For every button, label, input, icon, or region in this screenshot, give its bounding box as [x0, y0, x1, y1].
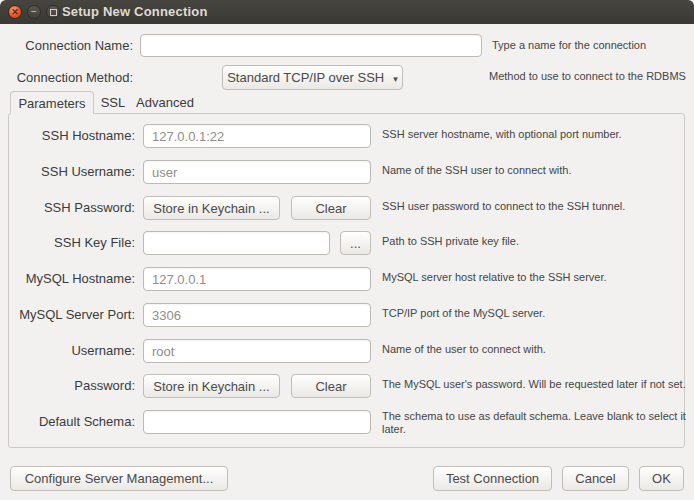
- minimize-button[interactable]: −: [27, 5, 41, 19]
- default-schema-hint: The schema to use as default schema. Lea…: [382, 410, 690, 436]
- tab-parameters[interactable]: Parameters: [10, 91, 94, 114]
- close-button[interactable]: ✕: [8, 5, 22, 19]
- ssh-hostname-label: SSH Hostname:: [16, 128, 135, 143]
- mysql-password-keychain-button[interactable]: Store in Keychain ...: [143, 374, 280, 398]
- connection-method-value: Standard TCP/IP over SSH: [227, 70, 384, 85]
- ssh-keyfile-browse-button[interactable]: ...: [340, 231, 371, 255]
- mysql-password-label: Password:: [16, 378, 135, 393]
- connection-name-hint: Type a name for the connection: [492, 39, 682, 52]
- ok-label: OK: [652, 471, 671, 486]
- tab-ssl-label: SSL: [101, 95, 126, 110]
- ssh-password-hint: SSH user password to connect to the SSH …: [382, 200, 690, 213]
- chevron-down-icon: ▾: [393, 72, 398, 84]
- connection-method-dropdown[interactable]: Standard TCP/IP over SSH ▾: [222, 65, 403, 90]
- ssh-username-label: SSH Username:: [16, 164, 135, 179]
- username-label: Username:: [16, 343, 135, 358]
- mysql-hostname-input[interactable]: [143, 267, 371, 291]
- tab-advanced-label: Advanced: [136, 95, 194, 110]
- ssh-password-keychain-button[interactable]: Store in Keychain ...: [143, 196, 280, 220]
- username-input[interactable]: [143, 339, 371, 363]
- tab-ssl[interactable]: SSL: [94, 91, 132, 114]
- mysql-port-input[interactable]: [143, 303, 371, 327]
- ssh-hostname-input[interactable]: [143, 124, 371, 148]
- ssh-password-clear-button[interactable]: Clear: [291, 196, 371, 220]
- mysql-password-hint: The MySQL user's password. Will be reque…: [382, 378, 690, 391]
- maximize-button[interactable]: [46, 5, 60, 19]
- close-icon: ✕: [11, 8, 19, 17]
- ssh-hostname-hint: SSH server hostname, with optional port …: [382, 128, 690, 141]
- ssh-keyfile-browse-label: ...: [350, 236, 361, 251]
- tab-advanced[interactable]: Advanced: [132, 91, 198, 114]
- mysql-password-clear-button[interactable]: Clear: [291, 374, 371, 398]
- configure-server-management-button[interactable]: Configure Server Management...: [10, 466, 228, 491]
- ssh-password-label: SSH Password:: [16, 200, 135, 215]
- ok-button[interactable]: OK: [639, 466, 684, 491]
- configure-server-management-label: Configure Server Management...: [25, 471, 214, 486]
- tab-parameters-label: Parameters: [18, 96, 85, 111]
- test-connection-label: Test Connection: [446, 471, 539, 486]
- ssh-username-input[interactable]: [143, 160, 371, 184]
- username-hint: Name of the user to connect with.: [382, 343, 690, 356]
- connection-method-label: Connection Method:: [8, 70, 133, 85]
- default-schema-label: Default Schema:: [16, 414, 135, 429]
- mysql-port-label: MySQL Server Port:: [16, 307, 135, 322]
- connection-method-hint: Method to use to connect to the RDBMS: [489, 70, 689, 83]
- title-bar: ✕ − Setup New Connection: [0, 0, 694, 24]
- connection-name-input[interactable]: [140, 34, 482, 57]
- mysql-hostname-label: MySQL Hostname:: [16, 271, 135, 286]
- mysql-password-clear-label: Clear: [315, 379, 346, 394]
- ssh-keyfile-hint: Path to SSH private key file.: [382, 235, 690, 248]
- test-connection-button[interactable]: Test Connection: [433, 466, 552, 491]
- ssh-keyfile-label: SSH Key File:: [16, 235, 135, 250]
- ssh-password-clear-label: Clear: [315, 201, 346, 216]
- mysql-hostname-hint: MySQL server host relative to the SSH se…: [382, 271, 690, 284]
- connection-name-label: Connection Name:: [8, 38, 133, 53]
- ssh-username-hint: Name of the SSH user to connect with.: [382, 164, 690, 177]
- ssh-keyfile-input[interactable]: [143, 231, 330, 255]
- maximize-icon: [50, 9, 57, 16]
- cancel-label: Cancel: [575, 471, 615, 486]
- mysql-port-hint: TCP/IP port of the MySQL server.: [382, 307, 690, 320]
- minimize-icon: −: [31, 7, 37, 17]
- mysql-password-keychain-label: Store in Keychain ...: [153, 379, 269, 394]
- window-title: Setup New Connection: [62, 4, 208, 19]
- ssh-password-keychain-label: Store in Keychain ...: [153, 201, 269, 216]
- default-schema-input[interactable]: [143, 410, 371, 434]
- cancel-button[interactable]: Cancel: [562, 466, 629, 491]
